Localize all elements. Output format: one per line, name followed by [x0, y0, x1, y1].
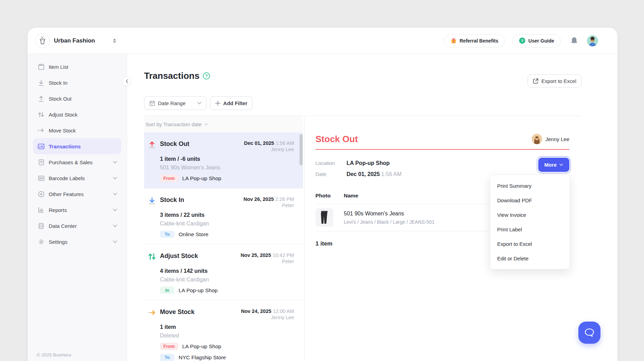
stock-in-icon [37, 79, 45, 86]
sidebar-item-move-stock[interactable]: Move Stock [33, 122, 121, 138]
transaction-item: Cable-knit Cardigan [160, 277, 294, 283]
svg-text:1: 1 [39, 145, 41, 148]
barcode-icon [37, 174, 45, 182]
transaction-summary: 1 item / -6 units [160, 156, 294, 162]
location-label: Location [315, 159, 347, 167]
transaction-summary: 1 item [160, 324, 294, 330]
chevron-down-icon [113, 193, 117, 195]
notifications-bell-icon[interactable] [570, 37, 578, 45]
add-filter-button[interactable]: Add Filter [210, 96, 253, 110]
transaction-time: 12:00 AM [273, 308, 294, 314]
from-badge: From [160, 175, 178, 182]
main-content: Transactions ? Export to Excel [127, 54, 617, 361]
transaction-user: Peter [244, 202, 294, 209]
sidebar-collapse-button[interactable] [122, 76, 132, 86]
sidebar-item-item-list[interactable]: Item List [33, 59, 121, 75]
sidebar-item-barcode-labels[interactable]: Barcode Labels [33, 170, 121, 186]
transaction-list: Sort by Transaction date Stock Out Dec 0… [144, 116, 303, 361]
location-value: LA Pop-up Shop [179, 287, 218, 294]
location-row: Location LA Pop-up Shop [315, 159, 390, 167]
stock-in-icon [148, 196, 156, 205]
chevron-down-icon [113, 224, 117, 227]
transaction-date: Dec 01, 2025 [244, 140, 274, 146]
chevron-down-icon [559, 164, 563, 166]
referral-benefits-label: Referral Benefits [460, 38, 498, 44]
transaction-card-move-stock[interactable]: Move Stock Nov 24, 2025 12:00 AM Jenny L… [144, 300, 303, 361]
top-bar: Urban Fashion Referral Benefits ? User G… [28, 28, 617, 54]
list-scrollbar[interactable] [300, 134, 303, 165]
chevron-down-icon [113, 209, 117, 211]
sidebar-item-adjust-stock[interactable]: Adjust Stock [33, 107, 121, 122]
more-dropdown-menu: Print Summary Download PDF View Invoice … [490, 175, 570, 269]
stock-out-icon [148, 140, 156, 149]
transaction-type: Adjust Stock [160, 252, 241, 260]
sidebar-item-settings[interactable]: Settings [33, 234, 121, 250]
sidebar-item-label: Transactions [49, 144, 117, 149]
company-switcher-icon[interactable] [113, 38, 116, 43]
transaction-item: 501 90s Women's Jeans [160, 165, 294, 171]
transaction-detail: Stock Out Jenny Lee [304, 116, 581, 361]
bar-chart-icon [37, 206, 45, 214]
chat-bubble-icon [584, 328, 595, 337]
help-icon[interactable]: ? [203, 72, 210, 80]
transaction-time: 1:56 AM [276, 140, 294, 146]
chevron-down-icon [113, 161, 117, 164]
sidebar-item-purchases-sales[interactable]: Purchases & Sales [33, 154, 121, 170]
transaction-item: Deleted [160, 333, 294, 339]
sidebar-item-stock-in[interactable]: Stock In [33, 75, 121, 91]
transaction-summary: 3 items / 22 units [160, 212, 294, 218]
transaction-summary: 4 items / 142 units [160, 268, 294, 274]
menu-item-view-invoice[interactable]: View Invoice [490, 207, 570, 222]
adjust-stock-icon [37, 111, 45, 118]
date-value: Dec 01, 2025 1:56 AM [347, 170, 401, 178]
chevron-down-icon [197, 102, 201, 104]
export-to-excel-label: Export to Excel [541, 78, 576, 84]
item-list-icon [37, 63, 45, 71]
transaction-date: Nov 25, 2025 [241, 252, 271, 258]
transaction-date: Nov 26, 2025 [244, 196, 274, 202]
chevron-down-icon [113, 177, 117, 179]
menu-item-print-summary[interactable]: Print Summary [490, 178, 570, 193]
sidebar-item-label: Stock In [49, 80, 117, 86]
svg-text:?: ? [521, 39, 523, 43]
menu-item-print-label[interactable]: Print Label [490, 222, 570, 237]
transaction-card-stock-out[interactable]: Stock Out Dec 01, 2025 1:56 AM Jenny Lee… [144, 132, 303, 188]
sidebar-item-label: Purchases & Sales [49, 159, 109, 165]
transaction-card-adjust-stock[interactable]: Adjust Stock Nov 25, 2025 10:42 PM Peter… [144, 244, 303, 300]
svg-text:?: ? [205, 74, 208, 78]
export-to-excel-button[interactable]: Export to Excel [528, 74, 581, 87]
sidebar-item-label: Data Center [49, 223, 109, 229]
user-avatar[interactable] [587, 35, 598, 46]
question-circle-icon: ? [519, 37, 525, 44]
sidebar-item-reports[interactable]: Reports [33, 202, 121, 218]
chevron-down-icon [113, 240, 117, 243]
more-button[interactable]: More [538, 158, 569, 172]
detail-user: Jenny Lee [532, 134, 569, 144]
sidebar-item-data-center[interactable]: Data Center [33, 218, 121, 234]
more-label: More [544, 162, 557, 168]
menu-item-export-to-excel[interactable]: Export to Excel [490, 237, 570, 251]
transaction-type: Move Stock [160, 308, 241, 316]
calendar-icon [149, 100, 155, 106]
sidebar-item-stock-out[interactable]: Stock Out [33, 91, 121, 107]
sidebar-item-label: Settings [49, 239, 109, 245]
move-stock-icon [37, 127, 45, 134]
date-range-filter-button[interactable]: Date Range [144, 96, 207, 110]
sort-by-label: Sort by Transaction date [145, 121, 202, 127]
detail-user-name: Jenny Lee [546, 136, 569, 142]
transaction-user: Jenny Lee [241, 314, 294, 321]
sidebar-item-other-features[interactable]: Other Features [33, 186, 121, 202]
company-logo[interactable] [35, 34, 50, 48]
menu-item-download-pdf[interactable]: Download PDF [490, 193, 570, 207]
chat-support-button[interactable] [578, 322, 600, 344]
referral-benefits-button[interactable]: Referral Benefits [444, 34, 505, 47]
sidebar-item-transactions[interactable]: 1 Transactions [33, 138, 121, 154]
export-icon [533, 78, 539, 84]
sort-by-dropdown[interactable]: Sort by Transaction date [144, 116, 303, 132]
user-guide-button[interactable]: ? User Guide [512, 34, 561, 47]
sidebar-item-label: Barcode Labels [49, 175, 109, 181]
from-badge: From [160, 343, 178, 350]
menu-item-edit-or-delete[interactable]: Edit or Delete [490, 251, 570, 266]
transaction-card-stock-in[interactable]: Stock In Nov 26, 2025 2:26 PM Peter 3 it… [144, 188, 303, 244]
sidebar: Item List Stock In Stock Out Adjust Stoc… [28, 54, 127, 361]
